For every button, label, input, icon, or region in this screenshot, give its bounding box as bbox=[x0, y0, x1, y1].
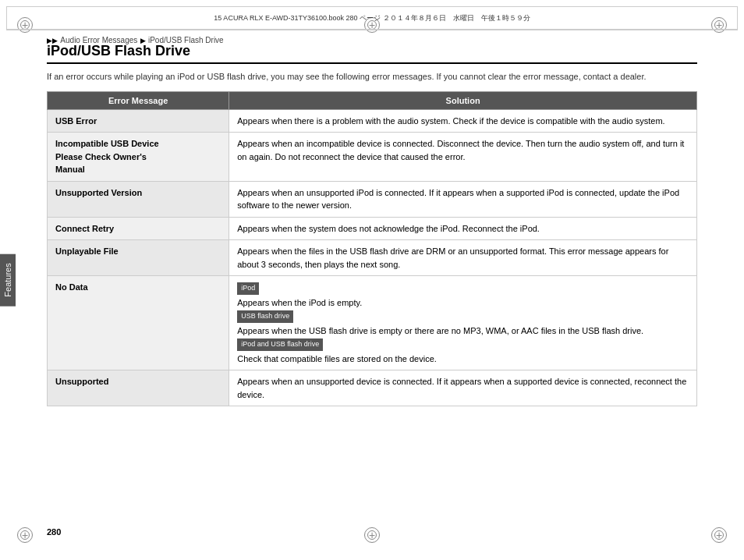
table-row: UnsupportedAppears when an unsupported d… bbox=[48, 370, 697, 406]
error-name-cell: Unsupported Version bbox=[48, 181, 229, 217]
top-jp-text: 15 ACURA RLX E-AWD-31TY36100.book 280 ペー… bbox=[16, 13, 728, 23]
error-name-cell: Unplayable File bbox=[48, 240, 229, 276]
page-number: 280 bbox=[47, 527, 61, 537]
error-table: Error Message Solution USB ErrorAppears … bbox=[47, 91, 697, 407]
solution-cell: Appears when there is a problem with the… bbox=[229, 109, 697, 133]
page-title: iPod/USB Flash Drive bbox=[47, 43, 697, 64]
side-tab-features: Features bbox=[0, 253, 16, 306]
table-row: Connect RetryAppears when the system doe… bbox=[48, 217, 697, 240]
corner-mark-bl bbox=[17, 527, 33, 543]
error-name-cell: Unsupported bbox=[48, 370, 229, 406]
error-name-cell: Incompatible USB DevicePlease Check Owne… bbox=[48, 133, 229, 182]
solution-cell: Appears when the system does not acknowl… bbox=[229, 217, 697, 240]
table-row: Incompatible USB DevicePlease Check Owne… bbox=[48, 133, 697, 182]
tag-badge: iPod bbox=[237, 282, 259, 295]
tag-badge: iPod and USB flash drive bbox=[237, 338, 323, 351]
solution-cell: iPodAppears when the iPod is empty.USB f… bbox=[229, 276, 697, 370]
error-name-cell: USB Error bbox=[48, 109, 229, 133]
table-row: Unplayable FileAppears when the files in… bbox=[48, 240, 697, 276]
table-header-solution: Solution bbox=[229, 91, 697, 109]
main-content: iPod/USB Flash Drive If an error occurs … bbox=[47, 43, 697, 517]
solution-cell: Appears when an unsupported iPod is conn… bbox=[229, 181, 697, 217]
table-row: Unsupported VersionAppears when an unsup… bbox=[48, 181, 697, 217]
error-name-cell: No Data bbox=[48, 276, 229, 370]
tag-badge: USB flash drive bbox=[237, 310, 293, 323]
intro-paragraph: If an error occurs while playing an iPod… bbox=[47, 70, 697, 83]
top-header: 15 ACURA RLX E-AWD-31TY36100.book 280 ペー… bbox=[6, 6, 738, 30]
solution-cell: Appears when an incompatible device is c… bbox=[229, 133, 697, 182]
top-divider bbox=[6, 30, 738, 30]
table-row: USB ErrorAppears when there is a problem… bbox=[48, 109, 697, 133]
solution-cell: Appears when an unsupported device is co… bbox=[229, 370, 697, 406]
corner-mark-bc bbox=[364, 527, 380, 543]
table-header-error: Error Message bbox=[48, 91, 229, 109]
corner-mark-br bbox=[711, 527, 727, 543]
solution-cell: Appears when the files in the USB flash … bbox=[229, 240, 697, 276]
error-name-cell: Connect Retry bbox=[48, 217, 229, 240]
table-row: No DataiPodAppears when the iPod is empt… bbox=[48, 276, 697, 370]
